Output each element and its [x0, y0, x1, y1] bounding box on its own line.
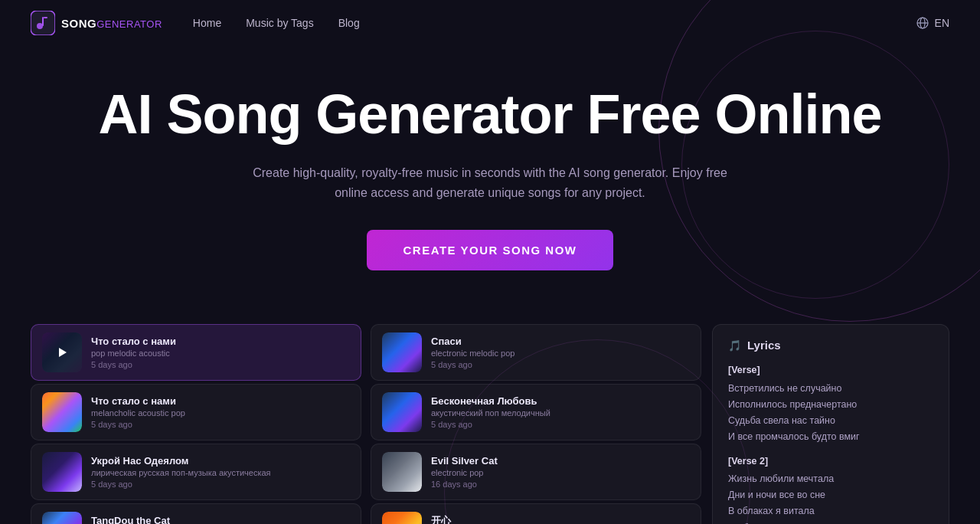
lyrics-icon: 🎵 [728, 339, 741, 352]
lyrics-title: Lyrics [747, 339, 781, 352]
song-tags: акустический поп мелодичный [431, 408, 690, 418]
song-card[interactable]: Что стало с намиmelancholic acoustic pop… [31, 384, 361, 440]
lyrics-line: Судьба свела нас тайно [728, 413, 933, 429]
lyrics-line: И все промчалось будто вмиг [728, 429, 933, 445]
song-time: 5 days ago [431, 360, 690, 369]
nav-music-by-tags[interactable]: Music by Tags [246, 17, 313, 29]
song-title: Бесконечная Любовь [431, 395, 690, 407]
lyrics-line: Встретились не случайно [728, 381, 933, 397]
logo-icon [31, 11, 55, 35]
nav-blog[interactable]: Blog [338, 17, 360, 29]
songs-column-right: Спасиelectronic melodic pop5 days agoБес… [371, 324, 701, 524]
play-button[interactable] [42, 332, 82, 372]
song-title: TangDou the Cat [91, 515, 350, 524]
song-time: 16 days ago [431, 480, 690, 489]
lyrics-section-label: [Verse] [728, 362, 933, 378]
song-tags: лирическая русская поп-музыка акустическ… [91, 468, 350, 477]
lyrics-body: [Verse]Встретились не случайноИсполнилос… [728, 362, 933, 524]
song-tags: pop melodic acoustic [91, 349, 350, 358]
song-tags: electronic pop [431, 468, 690, 477]
song-card[interactable]: Спасиelectronic melodic pop5 days ago [371, 324, 701, 381]
song-time: 5 days ago [91, 360, 350, 369]
songs-section: Что стало с намиpop melodic acoustic5 da… [31, 324, 949, 524]
song-title: Что стало с нами [91, 395, 350, 407]
lyrics-line: Дни и ночи все во сне [728, 487, 933, 503]
song-time: 5 days ago [431, 420, 690, 429]
lyrics-section-label: [Verse 2] [728, 454, 933, 470]
lyrics-line: Ты был рядом везде [728, 520, 933, 524]
nav-home[interactable]: Home [193, 17, 221, 29]
lyrics-header: 🎵 Lyrics [728, 339, 933, 352]
song-time: 5 days ago [91, 480, 350, 489]
svg-point-1 [37, 23, 43, 29]
song-title: Укрой Нас Одеялом [91, 455, 350, 467]
navbar: SONGGENERATOR Home Music by Tags Blog EN [0, 0, 980, 46]
song-tags: melancholic acoustic pop [91, 408, 350, 418]
hero-section: AI Song Generator Free Online Create hig… [0, 46, 980, 301]
lyrics-line: Исполнилось предначертано [728, 397, 933, 413]
svg-rect-2 [42, 17, 44, 26]
globe-icon [916, 17, 929, 29]
song-card[interactable]: Что стало с намиpop melodic acoustic5 da… [31, 324, 361, 381]
lyrics-panel: 🎵 Lyrics [Verse]Встретились не случайноИ… [712, 324, 949, 524]
svg-rect-3 [44, 17, 47, 18]
song-time: 5 days ago [91, 420, 350, 429]
nav-lang[interactable]: EN [916, 17, 949, 29]
songs-column-left: Что стало с намиpop melodic acoustic5 da… [31, 324, 361, 524]
lyrics-line: Жизнь любили мечтала [728, 471, 933, 487]
svg-marker-7 [59, 348, 67, 357]
song-card[interactable]: Evil Silver Catelectronic pop16 days ago [371, 444, 701, 500]
song-title: Спаси [431, 336, 690, 347]
lyrics-line: В облаках я витала [728, 503, 933, 519]
hero-description: Create high-quality, royalty-free music … [253, 163, 727, 202]
cta-button[interactable]: CREATE YOUR SONG NOW [367, 230, 614, 270]
logo-text: SONGGENERATOR [61, 17, 162, 30]
song-card[interactable]: 开心cheerful pop16 days ago [371, 503, 701, 524]
song-title: 开心 [431, 514, 690, 524]
songs-grid: Что стало с намиpop melodic acoustic5 da… [31, 324, 701, 524]
logo[interactable]: SONGGENERATOR [31, 11, 162, 35]
nav-links: Home Music by Tags Blog [193, 16, 360, 30]
hero-title: AI Song Generator Free Online [15, 84, 965, 145]
song-card[interactable]: Укрой Нас Одеяломлирическая русская поп-… [31, 444, 361, 500]
song-card[interactable]: TangDou the Catpop playful16 days ago [31, 503, 361, 524]
song-tags: electronic melodic pop [431, 349, 690, 358]
song-title: Что стало с нами [91, 336, 350, 347]
song-title: Evil Silver Cat [431, 455, 690, 467]
song-card[interactable]: Бесконечная Любовьакустический поп мелод… [371, 384, 701, 440]
